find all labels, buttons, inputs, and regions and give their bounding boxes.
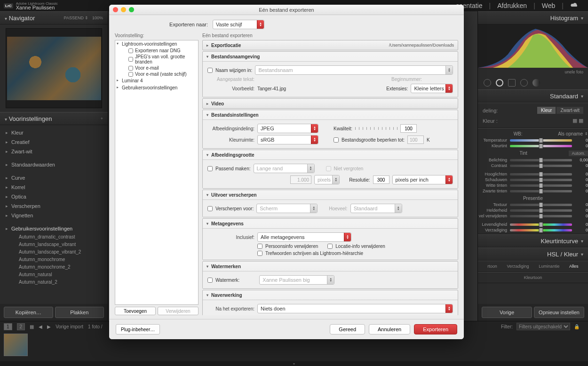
slider-track[interactable] [510, 184, 572, 187]
grad-tool-icon[interactable] [532, 79, 540, 87]
preset-group[interactable]: Vignetten [0, 211, 108, 220]
view-2[interactable]: 2 [17, 323, 25, 330]
slider-value[interactable]: 0 [575, 172, 588, 176]
hsl-tab[interactable]: Verzadiging [507, 264, 529, 269]
histogram-header[interactable]: Histogram ▾ [478, 11, 588, 24]
hsl-tab[interactable]: rtoon [487, 264, 497, 269]
preset-group[interactable]: Zwart-wit [0, 147, 108, 156]
slider-value[interactable]: 0 [575, 138, 588, 143]
resize-checkbox[interactable] [207, 166, 213, 171]
preset-item[interactable]: JPEG's van voll. grootte branden [115, 54, 198, 65]
preset-user-group[interactable]: Gebruikersvoorinstellingen [0, 224, 108, 233]
preset-group[interactable]: Luminar 4 [115, 77, 198, 84]
view-1[interactable]: 1 [4, 323, 12, 330]
quality-input[interactable] [400, 124, 417, 133]
metadata-include-select[interactable]: Alle metagegevens▲▼ [257, 232, 351, 242]
filter-select[interactable]: Filters uitgeschakeld [516, 323, 570, 330]
resize-mode-select[interactable]: Lange rand▲▼ [254, 164, 315, 173]
user-preset[interactable]: Autumn_dramatic_contrast [0, 233, 108, 241]
user-preset[interactable]: Autumn_landscape_vibrant [0, 241, 108, 248]
preset-group[interactable]: Korrel [0, 183, 108, 192]
remove-location-checkbox[interactable] [327, 244, 333, 249]
hsl-tab[interactable]: Alles [569, 264, 579, 269]
slider-track[interactable] [510, 190, 572, 192]
presets-header[interactable]: ▾ Voorinstellingen + [0, 112, 108, 125]
watermark-select[interactable]: Xanne Paulissen big▲▼ [259, 275, 334, 285]
slider-track[interactable] [510, 173, 572, 175]
mask-tool-icon[interactable] [508, 79, 516, 87]
redeye-tool-icon[interactable] [520, 79, 528, 87]
sharpen-for-select[interactable]: Scherm▲▼ [256, 204, 318, 213]
colorspace-select[interactable]: sRGB▲▼ [257, 135, 318, 144]
add-preset-button[interactable]: Toevoegen [115, 307, 156, 315]
nav-print[interactable]: Afdrukken [497, 2, 527, 9]
user-preset[interactable]: Autumn_monochrome_2 [0, 263, 108, 271]
done-button[interactable]: Gereed [330, 324, 365, 334]
hsl-tab[interactable]: Luminantie [539, 264, 559, 269]
slider-track[interactable] [510, 145, 572, 147]
slider-value[interactable]: 0 [575, 163, 588, 168]
zoom-window-icon[interactable] [129, 7, 134, 12]
stepper-icon[interactable]: ▲▼ [257, 20, 264, 29]
auto-button[interactable]: Autom. [569, 151, 588, 156]
preset-group[interactable]: Gebruikersvoorinstellingen [115, 84, 198, 91]
sharpen-amount-select[interactable]: Standaard▲▼ [350, 204, 402, 213]
slider-value[interactable]: 0 [575, 228, 588, 232]
after-export-select[interactable]: Niets doen▲▼ [257, 304, 453, 313]
sharpen-checkbox[interactable] [207, 206, 213, 211]
limit-size-input[interactable] [407, 135, 424, 144]
user-preset[interactable]: Autumn_landscape_vibrant_2 [0, 248, 108, 256]
user-preset[interactable]: Autumn_monochrome [0, 256, 108, 263]
slider-track[interactable] [510, 215, 572, 217]
preset-group[interactable]: Optica [0, 192, 108, 201]
paste-button[interactable]: Plakken [55, 307, 104, 318]
treatment-color[interactable]: Kleur [537, 107, 556, 114]
reset-button[interactable]: Opnieuw instellen [534, 307, 584, 318]
slider-track[interactable] [510, 165, 572, 167]
preset-item[interactable]: Exporteren naar DNG [115, 48, 198, 54]
slider-track[interactable] [510, 139, 572, 142]
slider-track[interactable] [510, 209, 572, 212]
quality-slider[interactable] [355, 126, 397, 131]
navigator-preview[interactable] [6, 28, 102, 108]
copy-button[interactable]: Kopiëren… [4, 307, 53, 318]
slider-value[interactable]: 0 [575, 143, 588, 148]
resolution-unit-select[interactable]: pixels per inch▲▼ [392, 175, 453, 184]
slider-value[interactable]: 0 [575, 222, 588, 227]
slider-value[interactable]: 0 [575, 202, 588, 207]
preset-item[interactable]: Voor e-mail [115, 65, 198, 71]
preset-group[interactable]: Kleur [0, 128, 108, 137]
grid-icon[interactable]: ▦ ▦ [572, 118, 583, 124]
slider-track[interactable] [510, 159, 572, 161]
nav-fwd-icon[interactable]: ▶ [47, 324, 51, 329]
export-to-select[interactable]: Vaste schijf ▲▼ [213, 20, 264, 29]
extension-case-select[interactable]: Kleine letters▲▼ [411, 84, 453, 93]
rename-checkbox[interactable] [207, 68, 213, 73]
preset-group[interactable]: Standaardwaarden [0, 160, 108, 169]
filter-lock-icon[interactable]: 🔒 [574, 324, 580, 329]
crop-tool-icon[interactable] [484, 79, 491, 87]
export-button[interactable]: Exporteren [414, 324, 457, 334]
preset-group[interactable]: Curve [0, 173, 108, 183]
wb-value[interactable]: Als opname [558, 131, 583, 136]
no-enlarge-checkbox[interactable] [326, 166, 331, 171]
limit-size-checkbox[interactable] [334, 137, 339, 143]
export-preset-list[interactable]: Lightroom-voorinstellingen Exporteren na… [115, 40, 199, 305]
histogram[interactable] [478, 24, 588, 68]
slider-value[interactable]: 0 [575, 183, 588, 188]
grid-icon[interactable]: ▦ [30, 324, 34, 329]
rename-template-select[interactable]: Bestandsnaam▲▼ [255, 65, 453, 75]
preset-group[interactable]: Verscherpen [0, 201, 108, 211]
slider-value[interactable]: 0 [575, 208, 588, 213]
remove-person-checkbox[interactable] [257, 244, 262, 249]
slider-value[interactable]: 0 [575, 177, 588, 182]
user-preset[interactable]: Autumn_natural_2 [0, 278, 108, 286]
bottom-grabber[interactable]: ▾ [0, 361, 588, 366]
basic-header[interactable]: Standaard ▾ [478, 89, 588, 103]
thumbnail[interactable] [4, 334, 28, 356]
watermark-checkbox[interactable] [207, 278, 213, 283]
slider-value[interactable]: 0 [575, 214, 588, 218]
preset-group[interactable]: Creatief [0, 137, 108, 147]
slider-value[interactable]: 0,00 [575, 158, 588, 162]
nav-back-icon[interactable]: ◀ [39, 324, 42, 329]
